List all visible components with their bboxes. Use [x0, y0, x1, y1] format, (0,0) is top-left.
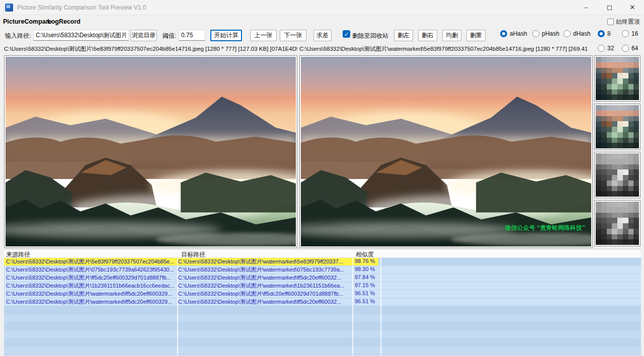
- threshold-label: 阈值:: [163, 32, 176, 40]
- title-bar: Picture Similarity Comparison Tool Previ…: [0, 0, 644, 15]
- always-on-top-label: 始终置顶: [616, 18, 640, 26]
- recycle-checkbox-label[interactable]: 删除至回收站: [352, 32, 388, 40]
- cell-target-path: C:\Users\58332\Desktop\测试图片\watermarked\…: [178, 258, 352, 265]
- table-row[interactable]: C:\Users\58332\Desktop\测试图片\watermarked\…: [4, 290, 641, 298]
- target-file-label: C:\Users\58332\Desktop\测试图片\watermarked\…: [299, 45, 589, 53]
- empty-table-row: [4, 338, 641, 346]
- image-watermark-text: 微信公众号 “煮青蛙网络科技”: [505, 224, 585, 232]
- cell-similarity: 97.15 %: [355, 282, 381, 288]
- empty-table-row: [4, 322, 641, 330]
- radio-size-32[interactable]: 32: [598, 45, 614, 52]
- minimize-button[interactable]: –: [575, 0, 598, 15]
- table-header: 来源路径 目标路径 相似度: [4, 249, 641, 258]
- cell-target-path: C:\Users\58332\Desktop\测试图片\ff5dc20eff60…: [178, 290, 352, 298]
- radio-icon: [598, 45, 605, 52]
- hash-preview-source-gray: [594, 152, 640, 198]
- column-divider: [380, 258, 381, 355]
- radio-icon: [564, 30, 571, 37]
- cell-source-path: C:\Users\58332\Desktop\测试图片\watermarked\…: [6, 290, 177, 298]
- maximize-button[interactable]: [598, 0, 621, 15]
- radio-icon: [622, 45, 629, 52]
- results-table: 来源路径 目标路径 相似度 C:\Users\58332\Desktop\测试图…: [0, 248, 644, 356]
- radio-icon: [532, 30, 539, 37]
- cell-similarity: 97.84 %: [355, 274, 381, 280]
- start-calc-button[interactable]: 开始计算: [210, 30, 242, 41]
- radio-size-64[interactable]: 64: [622, 45, 638, 52]
- browse-button[interactable]: 浏览目录: [130, 30, 157, 41]
- cell-source-path: C:\Users\58332\Desktop\测试图片\ff5dc20eff60…: [6, 274, 177, 282]
- cell-source-path: C:\Users\58332\Desktop\测试图片\075bc193c773…: [6, 266, 177, 274]
- delete-both-button[interactable]: 均删: [442, 30, 461, 41]
- close-button[interactable]: ✕: [621, 0, 644, 15]
- empty-table-row: [4, 314, 641, 322]
- radio-icon: [500, 30, 507, 37]
- empty-table-row: [4, 354, 641, 355]
- next-image-button[interactable]: 下一张: [280, 30, 306, 41]
- radio-icon: [622, 30, 629, 37]
- diff-button[interactable]: 求差: [313, 30, 332, 41]
- cell-source-path: C:\Users\58332\Desktop\测试图片\watermarked\…: [6, 298, 177, 306]
- cell-source-path: C:\Users\58332\Desktop\测试图片\1b2361151b66…: [6, 282, 177, 290]
- radio-label: 16: [631, 30, 638, 37]
- column-divider: [177, 258, 178, 355]
- recycle-checkbox[interactable]: ✓: [343, 30, 350, 38]
- cell-target-path: C:\Users\58332\Desktop\测试图片\watermarked\…: [178, 274, 352, 282]
- cell-similarity: 98.30 %: [355, 266, 381, 272]
- empty-table-row: [4, 346, 641, 354]
- cell-target-path: C:\Users\58332\Desktop\测试图片\watermarked\…: [178, 298, 352, 306]
- table-row[interactable]: C:\Users\58332\Desktop\测试图片\ff5dc20eff60…: [4, 274, 641, 282]
- delete-left-button[interactable]: 删左: [394, 30, 413, 41]
- radio-size-8[interactable]: 8: [598, 30, 611, 37]
- radio-size-16[interactable]: 16: [622, 30, 638, 37]
- target-image-panel[interactable]: 微信公众号 “煮青蛙网络科技”: [299, 55, 593, 248]
- radio-label: 64: [631, 45, 638, 52]
- toolbar: 输入路径: 浏览目录 阈值: 开始计算 上一张 下一张 求差 ✓ 删除至回收站 …: [0, 28, 644, 43]
- input-path-field[interactable]: [33, 30, 129, 41]
- source-file-label: C:\Users\58332\Desktop\测试图片\5e83f979ff20…: [4, 45, 297, 53]
- radio-label: 32: [607, 45, 614, 52]
- target-photo: [301, 57, 591, 246]
- radio-label: 8: [607, 30, 611, 37]
- radio-dhash[interactable]: dHash: [564, 30, 591, 37]
- radio-label: pHash: [542, 30, 559, 37]
- radio-label: aHash: [510, 30, 527, 37]
- window-title: Picture Similarity Comparison Tool Previ…: [17, 4, 146, 11]
- radio-ahash[interactable]: aHash: [500, 30, 527, 37]
- hash-preview-target-gray: [594, 200, 640, 246]
- empty-table-row: [4, 306, 641, 314]
- prev-image-button[interactable]: 上一张: [250, 30, 277, 41]
- hash-preview-target-color: [594, 104, 640, 150]
- source-image-panel[interactable]: [4, 55, 297, 248]
- hash-preview-source-color: [594, 55, 640, 102]
- delete-right-button[interactable]: 删右: [418, 30, 437, 41]
- radio-label: dHash: [573, 30, 591, 37]
- checkbox-icon: [607, 19, 614, 25]
- menu-bar: PictureCompare LogRecord 始终置顶: [0, 15, 644, 28]
- maximize-icon: [607, 6, 612, 10]
- cell-target-path: C:\Users\58332\Desktop\测试图片\watermarked\…: [178, 266, 352, 274]
- table-body[interactable]: C:\Users\58332\Desktop\测试图片\5e83f979ff20…: [4, 258, 641, 355]
- radio-icon: [598, 30, 605, 37]
- table-row[interactable]: C:\Users\58332\Desktop\测试图片\watermarked\…: [4, 298, 641, 306]
- app-icon: [5, 4, 13, 12]
- cell-source-path: C:\Users\58332\Desktop\测试图片\5e83f979ff20…: [6, 258, 177, 265]
- threshold-field[interactable]: [179, 30, 205, 41]
- cell-similarity: 98.76 %: [355, 258, 381, 264]
- menu-logrecord[interactable]: LogRecord: [45, 17, 83, 26]
- radio-phash[interactable]: pHash: [532, 30, 559, 37]
- source-photo: [6, 57, 296, 246]
- always-on-top-checkbox[interactable]: 始终置顶: [607, 18, 640, 26]
- input-path-label: 输入路径:: [5, 32, 31, 40]
- table-row[interactable]: C:\Users\58332\Desktop\测试图片\075bc193c773…: [4, 266, 641, 274]
- delete-dup-button[interactable]: 删重: [466, 30, 486, 41]
- table-row[interactable]: C:\Users\58332\Desktop\测试图片\5e83f979ff20…: [4, 258, 378, 265]
- table-row[interactable]: C:\Users\58332\Desktop\测试图片\1b2361151b66…: [4, 282, 641, 290]
- cell-target-path: C:\Users\58332\Desktop\测试图片\watermarked\…: [178, 282, 352, 290]
- cell-similarity: 96.51 %: [355, 290, 381, 296]
- empty-table-row: [4, 330, 641, 338]
- cell-similarity: 96.51 %: [355, 298, 381, 304]
- column-divider: [352, 258, 353, 355]
